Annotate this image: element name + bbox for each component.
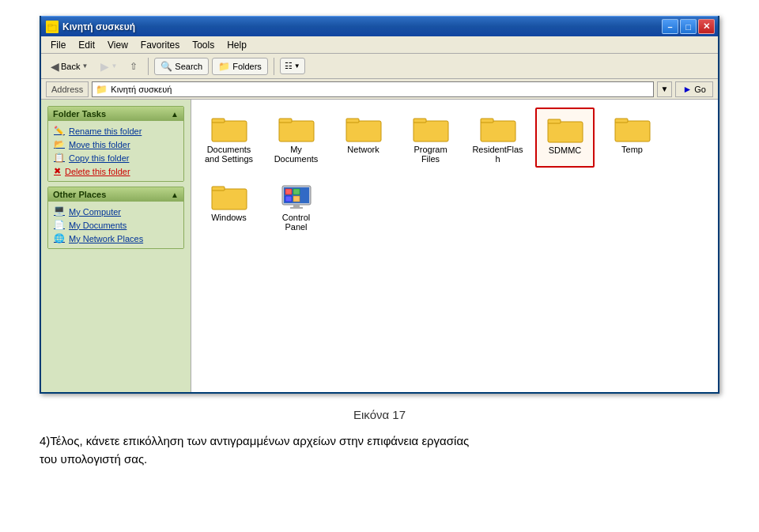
- address-dropdown[interactable]: ▼: [657, 81, 673, 97]
- folder-icon-resident-flash: [479, 111, 517, 143]
- task-copy-label: Copy this folder: [69, 153, 129, 163]
- file-my-documents[interactable]: My Documents: [266, 108, 326, 168]
- main-content: Folder Tasks ▲ ✏️ Rename this folder 📂 M…: [41, 100, 718, 392]
- file-label-sdmmc: SDMMC: [549, 145, 582, 155]
- place-my-network-label: My Network Places: [69, 234, 143, 243]
- file-label-temp: Temp: [621, 145, 643, 154]
- copy-icon: 📋: [54, 153, 65, 163]
- toolbar-separator-2: [274, 58, 274, 75]
- up-button[interactable]: ⇧: [125, 58, 142, 74]
- folder-icon-program-files: [412, 111, 450, 143]
- window-title: Κινητή συσκευή: [62, 21, 135, 32]
- toolbar-separator-1: [148, 58, 149, 75]
- file-temp[interactable]: Temp: [602, 108, 662, 168]
- explorer-window: Κινητή συσκευή – □ ✕ File Edit View Favo…: [40, 16, 719, 394]
- task-move-label: Move this folder: [69, 140, 130, 149]
- svg-rect-1: [48, 25, 52, 26]
- files-grid: Documents and Settings My Documents: [199, 108, 710, 236]
- minimize-button[interactable]: –: [662, 19, 678, 34]
- file-network[interactable]: Network: [334, 108, 393, 168]
- window-icon: [46, 21, 59, 33]
- folder-tasks-body: ✏️ Rename this folder 📂 Move this folder…: [48, 121, 183, 181]
- forward-button[interactable]: ▶ ▼: [96, 58, 122, 75]
- go-button[interactable]: ► Go: [675, 81, 713, 97]
- task-rename[interactable]: ✏️ Rename this folder: [51, 124, 180, 138]
- up-arrow-icon: ⇧: [130, 61, 138, 72]
- task-move[interactable]: 📂 Move this folder: [51, 138, 180, 151]
- place-my-documents[interactable]: 📄 My Documents: [51, 218, 180, 232]
- svg-rect-16: [212, 189, 247, 209]
- place-my-documents-label: My Documents: [69, 221, 126, 230]
- place-my-network[interactable]: 🌐 My Network Places: [51, 232, 180, 245]
- file-program-files[interactable]: Program Files: [401, 108, 460, 168]
- forward-arrow-icon: ▶: [100, 60, 109, 73]
- task-delete-label: Delete this folder: [65, 167, 130, 176]
- menu-view[interactable]: View: [101, 38, 134, 52]
- folders-button[interactable]: 📁 Folders: [212, 58, 268, 75]
- network-icon: 🌐: [54, 233, 65, 243]
- task-delete[interactable]: ✖ Delete this folder: [51, 164, 180, 178]
- folder-tasks-header[interactable]: Folder Tasks ▲: [48, 107, 183, 121]
- folder-icon-windows: [210, 179, 248, 211]
- address-folder-icon: 📁: [96, 84, 108, 95]
- menu-edit[interactable]: Edit: [72, 38, 101, 52]
- address-input[interactable]: 📁 Κινητή συσκευή: [92, 81, 653, 97]
- file-area: Documents and Settings My Documents: [191, 100, 718, 392]
- svg-rect-2: [212, 121, 247, 141]
- svg-rect-23: [293, 196, 300, 202]
- svg-rect-10: [481, 121, 515, 141]
- folders-icon: 📁: [218, 61, 230, 72]
- search-label: Search: [175, 62, 202, 71]
- file-control-panel[interactable]: Control Panel: [266, 175, 326, 236]
- file-label-resident-flash: ResidentFlash: [472, 145, 523, 164]
- folders-label: Folders: [232, 62, 262, 71]
- folder-tasks-section: Folder Tasks ▲ ✏️ Rename this folder 📂 M…: [47, 106, 184, 182]
- title-bar-left: Κινητή συσκευή: [46, 21, 135, 33]
- file-resident-flash[interactable]: ResidentFlash: [468, 108, 527, 168]
- body-text-line1: 4)Τέλος, κάνετε επικόλληση των αντιγραμμ…: [40, 434, 469, 447]
- file-sdmmc[interactable]: SDMMC: [535, 108, 595, 168]
- views-button[interactable]: ☷ ▼: [280, 58, 305, 74]
- svg-rect-3: [212, 119, 225, 123]
- caption-text: Εικόνα 17: [353, 408, 406, 421]
- menu-favorites[interactable]: Favorites: [134, 38, 186, 52]
- file-documents-and-settings[interactable]: Documents and Settings: [199, 108, 259, 168]
- sidebar: Folder Tasks ▲ ✏️ Rename this folder 📂 M…: [41, 100, 191, 392]
- folder-icon-temp: [614, 111, 651, 143]
- folder-tasks-collapse-icon: ▲: [171, 110, 179, 119]
- back-button[interactable]: ◀ Back ▼: [46, 58, 93, 75]
- svg-rect-11: [481, 119, 493, 123]
- control-panel-icon: [278, 179, 315, 211]
- search-button[interactable]: 🔍 Search: [154, 58, 209, 75]
- menu-help[interactable]: Help: [221, 38, 253, 52]
- go-arrow-icon: ►: [682, 84, 692, 95]
- close-button[interactable]: ✕: [698, 19, 715, 34]
- page-wrapper: Κινητή συσκευή – □ ✕ File Edit View Favo…: [0, 0, 759, 532]
- menu-file[interactable]: File: [44, 38, 72, 52]
- file-label-network: Network: [347, 145, 379, 154]
- address-label: Address: [46, 81, 89, 97]
- svg-rect-22: [285, 196, 292, 202]
- body-text-line2: του υπολογιστή σας.: [40, 452, 147, 466]
- menu-tools[interactable]: Tools: [186, 38, 221, 52]
- folder-icon-my-documents: [278, 111, 315, 143]
- svg-rect-8: [413, 121, 448, 141]
- svg-rect-17: [212, 187, 225, 191]
- file-windows[interactable]: Windows: [199, 175, 259, 236]
- other-places-body: 🖥️ My Computer 📄 My Documents 🌐 My Netwo…: [48, 202, 183, 248]
- views-dropdown-icon: ▼: [294, 62, 300, 70]
- file-label-control-panel: Control Panel: [270, 213, 322, 232]
- task-copy[interactable]: 📋 Copy this folder: [51, 151, 180, 164]
- folder-icon-documents-settings: [210, 111, 248, 143]
- move-icon: 📂: [54, 139, 65, 149]
- title-bar: Κινητή συσκευή – □ ✕: [41, 16, 718, 36]
- svg-rect-14: [615, 121, 650, 141]
- toolbar: ◀ Back ▼ ▶ ▼ ⇧ 🔍 Search 📁 Folders: [41, 54, 718, 79]
- place-my-computer[interactable]: 🖥️ My Computer: [51, 205, 180, 218]
- go-label: Go: [694, 85, 706, 94]
- other-places-header[interactable]: Other Places ▲: [48, 187, 183, 202]
- maximize-button[interactable]: □: [680, 19, 697, 34]
- task-rename-label: Rename this folder: [69, 126, 142, 136]
- svg-rect-12: [548, 122, 583, 142]
- svg-rect-5: [279, 119, 292, 123]
